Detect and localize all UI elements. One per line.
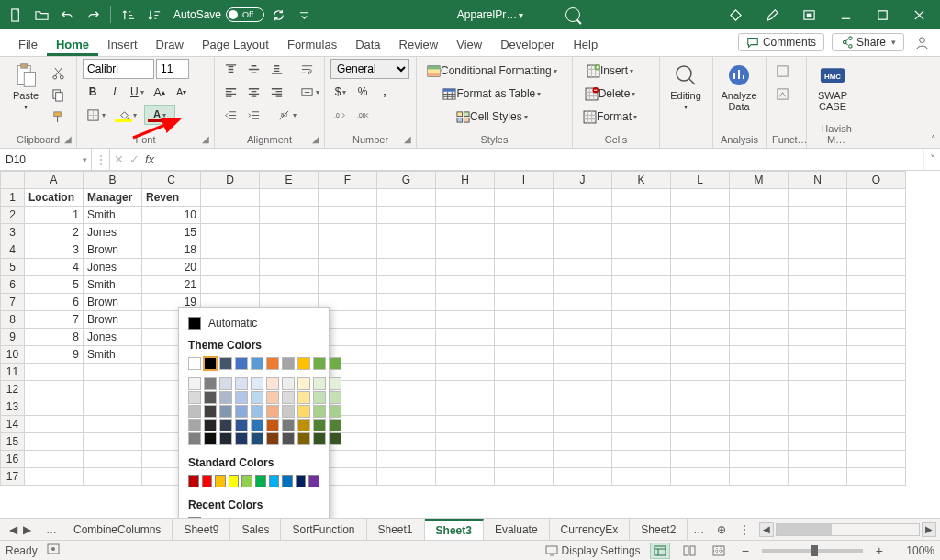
cell-A14[interactable] (25, 416, 84, 433)
cell-G12[interactable] (377, 381, 436, 398)
theme-shade-swatch[interactable] (204, 377, 217, 390)
standard-swatch[interactable] (255, 475, 266, 487)
cell-A3[interactable]: 2 (25, 224, 84, 241)
cell-B2[interactable]: Smith (84, 207, 142, 224)
file-name[interactable]: ApparelPr…▾ (457, 8, 523, 21)
cell-N7[interactable] (789, 294, 847, 311)
tab-insert[interactable]: Insert (98, 32, 147, 56)
cell-G1[interactable] (377, 189, 436, 207)
cell-N17[interactable] (789, 468, 847, 486)
alignment-launcher-icon[interactable]: ◢ (309, 132, 322, 145)
borders-button[interactable]: ▾ (83, 105, 109, 125)
merge-center-icon[interactable]: ▾ (297, 82, 323, 102)
cell-I5[interactable] (495, 259, 554, 276)
cell-M16[interactable] (730, 451, 789, 468)
tab-data[interactable]: Data (346, 32, 389, 56)
cell-L2[interactable] (671, 207, 730, 224)
theme-shade-swatch[interactable] (329, 377, 341, 390)
bold-button[interactable]: B (83, 82, 103, 102)
increase-font-icon[interactable]: A▴ (150, 82, 170, 102)
theme-shade-swatch[interactable] (204, 391, 217, 404)
theme-shade-swatch[interactable] (329, 432, 341, 445)
cell-O3[interactable] (847, 224, 906, 241)
cell-B6[interactable]: Smith (84, 276, 142, 294)
cell-B11[interactable] (84, 364, 142, 381)
cell-C2[interactable]: 10 (142, 207, 201, 224)
theme-shade-swatch[interactable] (251, 377, 263, 390)
cell-I15[interactable] (495, 433, 554, 451)
funct-icon-2[interactable] (772, 84, 793, 104)
cell-H8[interactable] (436, 311, 495, 329)
cell-H1[interactable] (436, 189, 495, 207)
cell-I14[interactable] (495, 416, 554, 433)
col-header-K[interactable]: K (612, 172, 671, 189)
cell-L15[interactable] (671, 433, 730, 451)
app-icon[interactable] (795, 3, 822, 27)
cell-O9[interactable] (847, 329, 906, 346)
cell-I13[interactable] (495, 398, 554, 416)
theme-shade-swatch[interactable] (313, 432, 326, 445)
theme-swatch[interactable] (297, 357, 310, 370)
cell-K3[interactable] (612, 224, 671, 241)
theme-shade-swatch[interactable] (297, 377, 310, 390)
cell-K12[interactable] (612, 381, 671, 398)
cell-M15[interactable] (730, 433, 789, 451)
theme-shade-swatch[interactable] (235, 405, 248, 418)
cell-B13[interactable] (84, 398, 142, 416)
comments-button[interactable]: Comments (738, 33, 824, 51)
sheet-tab-evaluate[interactable]: Evaluate (484, 519, 550, 540)
cell-B12[interactable] (84, 381, 142, 398)
theme-shade-swatch[interactable] (219, 419, 232, 431)
row-header-9[interactable]: 9 (1, 329, 25, 346)
cell-J13[interactable] (554, 398, 612, 416)
cell-E3[interactable] (260, 224, 319, 241)
cell-K16[interactable] (612, 451, 671, 468)
cell-J12[interactable] (554, 381, 612, 398)
cell-H4[interactable] (436, 241, 495, 259)
cell-H14[interactable] (436, 416, 495, 433)
select-all-cell[interactable] (1, 172, 25, 189)
cell-G17[interactable] (377, 468, 436, 486)
row-header-12[interactable]: 12 (1, 381, 25, 398)
cell-G4[interactable] (377, 241, 436, 259)
cell-B3[interactable]: Jones (84, 224, 142, 241)
cell-K6[interactable] (612, 276, 671, 294)
cell-A7[interactable]: 6 (25, 294, 84, 311)
account-icon[interactable] (912, 32, 933, 52)
cell-A1[interactable]: Location (25, 189, 84, 207)
standard-swatch[interactable] (241, 475, 252, 487)
font-name-input[interactable] (83, 59, 154, 79)
theme-shade-swatch[interactable] (251, 432, 263, 445)
row-header-3[interactable]: 3 (1, 224, 25, 241)
cell-A15[interactable] (25, 433, 84, 451)
theme-shade-swatch[interactable] (282, 432, 295, 445)
cell-M3[interactable] (730, 224, 789, 241)
cell-H16[interactable] (436, 451, 495, 468)
cell-F6[interactable] (319, 276, 377, 294)
cell-C6[interactable]: 21 (142, 276, 201, 294)
cell-H7[interactable] (436, 294, 495, 311)
theme-shade-swatch[interactable] (297, 405, 310, 418)
sheet-tab-currencyex[interactable]: CurrencyEx (550, 519, 631, 540)
cell-I11[interactable] (495, 364, 554, 381)
cell-N14[interactable] (789, 416, 847, 433)
orientation-icon[interactable]: ab▾ (274, 105, 300, 125)
cell-A11[interactable] (25, 364, 84, 381)
theme-shade-swatch[interactable] (251, 405, 263, 418)
font-size-input[interactable] (156, 59, 189, 79)
qat-overflow-icon[interactable] (292, 3, 316, 27)
cell-D2[interactable] (201, 207, 260, 224)
cell-B16[interactable] (84, 451, 142, 468)
sheet-tab-sheet1[interactable]: Sheet1 (367, 519, 425, 540)
tab-formulas[interactable]: Formulas (278, 32, 346, 56)
align-bottom-icon[interactable] (266, 59, 287, 79)
cell-C1[interactable]: Reven (142, 189, 201, 207)
cell-G8[interactable] (377, 311, 436, 329)
font-launcher-icon[interactable]: ◢ (199, 132, 212, 145)
cell-H11[interactable] (436, 364, 495, 381)
cancel-formula-icon[interactable]: ✕ (114, 152, 124, 166)
cell-O8[interactable] (847, 311, 906, 329)
theme-shade-swatch[interactable] (266, 419, 279, 431)
cell-H2[interactable] (436, 207, 495, 224)
row-header-1[interactable]: 1 (1, 189, 25, 207)
